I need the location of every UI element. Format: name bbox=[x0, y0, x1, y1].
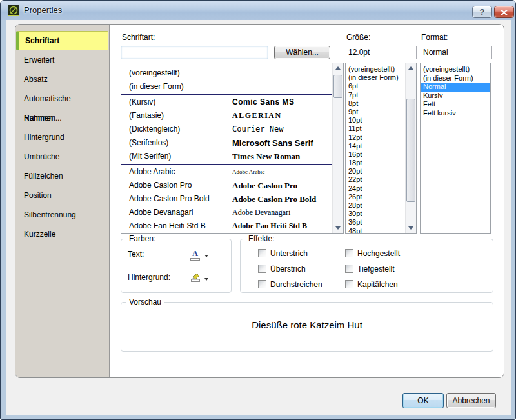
size-list-item[interactable]: 24pt bbox=[346, 185, 405, 193]
checkbox-unterstrich[interactable] bbox=[258, 249, 266, 257]
help-button[interactable]: ? bbox=[472, 6, 492, 18]
background-color-label: Hintergrund: bbox=[128, 273, 170, 282]
sidebar-item-hintergrund[interactable]: Hintergrund bbox=[15, 128, 109, 147]
size-list-item[interactable]: 11pt bbox=[346, 125, 405, 133]
choose-font-button[interactable]: Wählen... bbox=[274, 46, 330, 59]
sidebar-item-umbrueche[interactable]: Umbrüche bbox=[15, 147, 109, 166]
effects-group-title: Effekte: bbox=[246, 234, 277, 243]
size-list: (voreingestellt)(in dieser Form)6pt7pt8p… bbox=[345, 63, 417, 234]
size-list-item[interactable]: (in dieser Form) bbox=[346, 74, 405, 82]
format-list-item[interactable]: (voreingestellt) bbox=[421, 65, 490, 74]
font-name: (Dicktengleich) bbox=[129, 125, 180, 134]
checkbox-tiefgestellt[interactable] bbox=[345, 265, 353, 273]
sidebar-item-fuellzeichen[interactable]: Füllzeichen bbox=[15, 166, 109, 186]
size-list-item[interactable]: 6pt bbox=[346, 82, 405, 90]
scroll-up-button[interactable] bbox=[406, 63, 416, 74]
effect-label-hochgestellt: Hochgestellt bbox=[357, 249, 400, 258]
size-list-item[interactable]: 30pt bbox=[346, 210, 405, 218]
font-name: (in dieser Form) bbox=[129, 82, 184, 91]
sidebar-item-kurzzeile[interactable]: Kurzzeile bbox=[15, 225, 109, 244]
font-list-item[interactable]: (Kursiv)Comic Sans MS bbox=[121, 95, 332, 109]
scroll-up-button[interactable] bbox=[333, 63, 343, 74]
checkbox-durchstreichen[interactable] bbox=[258, 280, 266, 288]
font-list-item[interactable]: (voreingestellt) bbox=[121, 66, 332, 80]
scrollbar-thumb[interactable] bbox=[333, 75, 342, 98]
size-list-item[interactable]: 10pt bbox=[346, 116, 405, 125]
scroll-down-button[interactable] bbox=[333, 223, 343, 233]
format-list-item[interactable]: Normal bbox=[421, 83, 490, 92]
font-list-item[interactable]: Adobe Fan Heiti Std BAdobe Fan Heiti Std… bbox=[121, 219, 332, 233]
format-list: (voreingestellt)(in dieser Form)NormalKu… bbox=[420, 63, 491, 234]
font-page: Schriftart: Wählen... (voreingestellt)(i… bbox=[110, 25, 504, 377]
sidebar-item-erweitert[interactable]: Erweitert bbox=[15, 50, 109, 70]
size-list-item[interactable]: 14pt bbox=[346, 142, 405, 150]
font-name: (Mit Serifen) bbox=[129, 152, 171, 161]
background-color-button[interactable] bbox=[190, 270, 213, 286]
format-list-item[interactable]: Fett kursiv bbox=[421, 109, 490, 118]
font-list-item[interactable]: Adobe DevanagariAdobe Devanagari bbox=[121, 206, 332, 219]
titlebar[interactable]: Properties ? bbox=[1, 1, 516, 20]
effect-label-durchstreichen: Durchstreichen bbox=[270, 280, 322, 289]
format-list-item[interactable]: Fett bbox=[421, 100, 490, 109]
font-sample: Adobe Caslon Pro Bold bbox=[232, 192, 316, 206]
sidebar-item-rahmen[interactable]: Rahmen bbox=[15, 108, 109, 128]
app-icon bbox=[8, 5, 19, 16]
font-list-item[interactable]: Adobe Caslon ProAdobe Caslon Pro bbox=[121, 179, 332, 192]
sidebar-item-silbentrennung[interactable]: Silbentrennung bbox=[15, 205, 109, 225]
size-input[interactable]: 12.0pt bbox=[346, 46, 417, 59]
size-list-scrollbar bbox=[405, 63, 416, 233]
scrollbar-thumb[interactable] bbox=[406, 99, 415, 202]
text-color-button[interactable]: A bbox=[190, 247, 213, 263]
size-list-item[interactable]: 36pt bbox=[346, 218, 405, 226]
font-name: Adobe Devanagari bbox=[129, 208, 193, 217]
size-list-item[interactable]: 8pt bbox=[346, 99, 405, 108]
font-name: (Kursiv) bbox=[129, 97, 155, 106]
font-list-item[interactable]: Adobe ArabicAdobe Arabic bbox=[121, 165, 332, 179]
checkbox-kapitaelchen[interactable] bbox=[345, 280, 353, 288]
size-list-item[interactable]: 9pt bbox=[346, 108, 405, 116]
size-list-item[interactable]: 18pt bbox=[346, 159, 405, 167]
ok-button[interactable]: OK bbox=[402, 393, 444, 408]
size-list-item[interactable]: 48pt bbox=[346, 227, 405, 233]
size-list-item[interactable]: 26pt bbox=[346, 193, 405, 201]
font-list-item[interactable]: (Dicktengleich)Courier New bbox=[121, 123, 332, 136]
arrow-down-icon bbox=[408, 226, 413, 230]
size-label: Größe: bbox=[346, 33, 370, 42]
scroll-down-button[interactable] bbox=[406, 223, 416, 233]
list-separator bbox=[121, 164, 332, 165]
format-list-item[interactable]: (in dieser Form) bbox=[421, 74, 490, 83]
format-input[interactable]: Normal bbox=[421, 46, 492, 59]
size-list-item[interactable]: (voreingestellt) bbox=[346, 65, 405, 74]
font-name: Adobe Caslon Pro bbox=[129, 181, 192, 190]
checkbox-hochgestellt[interactable] bbox=[345, 249, 353, 257]
font-name-label: Schriftart: bbox=[122, 33, 155, 42]
sidebar-item-absatz[interactable]: Absatz bbox=[15, 70, 109, 89]
size-list-item[interactable]: 12pt bbox=[346, 134, 405, 142]
sidebar-item-schriftart[interactable]: Schriftart bbox=[16, 31, 108, 50]
font-list-item[interactable]: (Mit Serifen)Times New Roman bbox=[121, 150, 332, 163]
font-name-input[interactable] bbox=[121, 46, 268, 59]
effect-label-tiefgestellt: Tiefgestellt bbox=[357, 265, 395, 274]
sidebar-item-automatische-nummerierung[interactable]: Automatische Nummeri... bbox=[15, 89, 109, 108]
font-list-item[interactable]: (in dieser Form) bbox=[121, 80, 332, 94]
size-list-item[interactable]: 22pt bbox=[346, 175, 405, 184]
close-button[interactable] bbox=[494, 6, 514, 18]
font-name: (Serifenlos) bbox=[129, 138, 168, 147]
size-list-item[interactable]: 20pt bbox=[346, 167, 405, 175]
cancel-button[interactable]: Abbrechen bbox=[446, 393, 496, 408]
size-list-item[interactable]: 16pt bbox=[346, 150, 405, 159]
arrow-up-icon bbox=[408, 66, 413, 70]
font-sample: Adobe Fan Heiti Std B bbox=[232, 219, 307, 233]
font-list-scrollbar bbox=[332, 63, 343, 233]
checkbox-ueberstrich[interactable] bbox=[258, 265, 266, 273]
font-sample: Adobe Devanagari bbox=[232, 206, 290, 219]
font-list-item[interactable]: (Fantasie)ALGERIAN bbox=[121, 109, 332, 123]
format-list-item[interactable]: Kursiv bbox=[421, 92, 490, 101]
font-list-item[interactable]: Adobe Caslon Pro BoldAdobe Caslon Pro Bo… bbox=[121, 192, 332, 206]
size-list-item[interactable]: 28pt bbox=[346, 201, 405, 210]
size-list-item[interactable]: 7pt bbox=[346, 91, 405, 99]
sidebar-item-position[interactable]: Position bbox=[15, 186, 109, 205]
font-sample: Adobe Caslon Pro bbox=[232, 179, 297, 192]
font-sample: Adobe Arabic bbox=[232, 165, 264, 179]
font-list-item[interactable]: (Serifenlos)Microsoft Sans Serif bbox=[121, 136, 332, 150]
